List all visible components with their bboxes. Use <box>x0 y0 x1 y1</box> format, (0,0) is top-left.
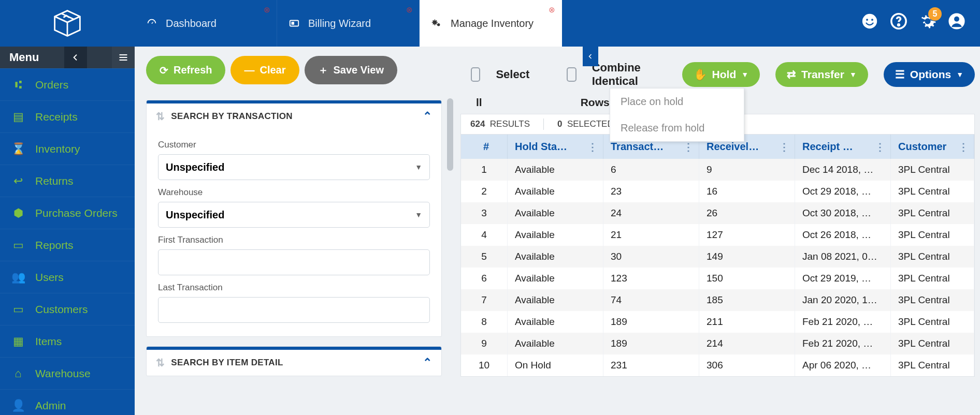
cell-receipt-date: Apr 06 2020, … <box>795 354 891 376</box>
sidebar-item-admin[interactable]: 👤Admin <box>0 389 135 415</box>
card-icon <box>289 18 300 29</box>
sidebar-item-purchase-orders[interactable]: ⬢Purchase Orders <box>0 197 135 229</box>
tab-billing-wizard[interactable]: Billing Wizard ⊗ <box>277 0 420 47</box>
caret-down-icon: ▼ <box>741 70 748 79</box>
table-row[interactable]: 7Available74185Jan 20 2020, 1…3PL Centra… <box>461 289 974 311</box>
tab-dashboard[interactable]: Dashboard ⊗ <box>135 0 277 47</box>
feedback-icon[interactable] <box>861 12 878 35</box>
panel-header[interactable]: ⇅ SEARCH BY TRANSACTION ⌃ <box>147 103 441 129</box>
save-view-button[interactable]: ＋Save View <box>305 56 397 84</box>
button-label: Refresh <box>174 64 212 76</box>
column-menu-icon[interactable]: ⋮ <box>683 141 694 153</box>
sidebar-item-orders[interactable]: ⑆Orders <box>0 68 135 100</box>
drag-handle-icon[interactable]: ⇅ <box>156 357 165 369</box>
divider <box>543 118 544 130</box>
panel-title: SEARCH BY ITEM DETAIL <box>171 358 283 368</box>
cube-icon: ⬢ <box>11 206 25 220</box>
close-icon[interactable]: ⊗ <box>406 5 413 14</box>
transfer-button[interactable]: ⇄Transfer▼ <box>775 62 868 87</box>
select-checkbox[interactable] <box>471 67 480 82</box>
chevron-up-icon[interactable]: ⌃ <box>423 356 432 369</box>
gears-icon <box>431 18 442 29</box>
cell-receive: 150 <box>699 268 795 289</box>
column-menu-icon[interactable]: ⋮ <box>587 141 598 153</box>
column-menu-icon[interactable]: ⋮ <box>779 141 789 153</box>
table-row[interactable]: 6Available123150Oct 29 2019, …3PL Centra… <box>461 268 974 289</box>
cell-hold-status: Available <box>508 159 603 181</box>
column-hold-status[interactable]: Hold Sta…⋮ <box>508 135 603 159</box>
cell-receive: 127 <box>699 224 795 246</box>
collapse-menu-button[interactable] <box>64 47 87 68</box>
scrollbar-thumb[interactable] <box>447 98 453 171</box>
table-row[interactable]: 5Available30149Jan 08 2021, 0…3PL Centra… <box>461 246 974 268</box>
options-button[interactable]: ☰Options▼ <box>884 62 975 87</box>
column-menu-icon[interactable]: ⋮ <box>958 141 969 153</box>
column-number[interactable]: # <box>461 135 508 159</box>
svg-point-6 <box>437 23 440 26</box>
subhead-all: ll <box>476 96 482 109</box>
column-menu-icon[interactable]: ⋮ <box>875 141 885 153</box>
refresh-button[interactable]: ⟳Refresh <box>146 56 225 84</box>
last-transaction-input[interactable] <box>158 297 430 323</box>
select-value: Unspecified <box>166 209 224 221</box>
button-label: Options <box>910 68 951 81</box>
cell-customer: 3PL Central <box>891 224 974 246</box>
user-icon[interactable] <box>948 12 965 35</box>
sidebar-item-returns[interactable]: ↩Returns <box>0 165 135 197</box>
tab-manage-inventory[interactable]: Manage Inventory ⊗ <box>420 0 562 47</box>
settings-icon[interactable]: 5 <box>919 12 936 35</box>
close-icon[interactable]: ⊗ <box>549 5 555 14</box>
sidebar-item-receipts[interactable]: ▤Receipts <box>0 100 135 132</box>
release-from-hold-item[interactable]: Release from hold <box>610 115 744 141</box>
column-customer[interactable]: Customer⋮ <box>891 135 974 159</box>
svg-point-11 <box>898 24 900 25</box>
sidebar-item-users[interactable]: 👥Users <box>0 261 135 293</box>
sidebar-item-items[interactable]: ▦Items <box>0 325 135 357</box>
drag-handle-icon[interactable]: ⇅ <box>156 110 165 123</box>
sidebar-item-label: Admin <box>35 399 66 412</box>
hold-button[interactable]: ✋Hold▼ <box>682 62 760 87</box>
cell-hold-status: Available <box>508 268 603 289</box>
warehouse-select[interactable]: Unspecified▼ <box>158 202 430 228</box>
app-header: Dashboard ⊗ Billing Wizard ⊗ Manage Inve… <box>0 0 980 47</box>
button-label: Clear <box>260 64 285 76</box>
table-row[interactable]: 2Available2316Oct 29 2018, …3PL Central <box>461 181 974 202</box>
help-icon[interactable] <box>890 12 907 35</box>
place-on-hold-item[interactable]: Place on hold <box>610 88 744 115</box>
panel-header[interactable]: ⇅ SEARCH BY ITEM DETAIL ⌃ <box>147 350 441 376</box>
sidebar-item-warehouse[interactable]: ⌂Warehouse <box>0 357 135 389</box>
notification-badge: 5 <box>928 7 942 21</box>
cell-customer: 3PL Central <box>891 289 974 311</box>
table-row[interactable]: 8Available189211Feb 21 2020, …3PL Centra… <box>461 311 974 333</box>
table-row[interactable]: 10On Hold231306Apr 06 2020, …3PL Central <box>461 354 974 376</box>
app-logo <box>0 0 135 47</box>
cell-receipt-date: Oct 26 2018, … <box>795 224 891 246</box>
collapse-filters-button[interactable] <box>583 47 598 66</box>
clear-button[interactable]: —Clear <box>230 56 299 84</box>
cell-number: 10 <box>461 354 508 376</box>
gauge-icon <box>146 18 157 29</box>
first-transaction-input[interactable] <box>158 249 430 275</box>
combine-checkbox[interactable] <box>567 67 576 82</box>
sidebar-item-reports[interactable]: ▭Reports <box>0 229 135 261</box>
sidebar-item-customers[interactable]: ▭Customers <box>0 293 135 325</box>
column-receipt-date[interactable]: Receipt …⋮ <box>795 135 891 159</box>
chevron-up-icon[interactable]: ⌃ <box>423 110 432 123</box>
sidebar-item-inventory[interactable]: ⌛Inventory <box>0 132 135 165</box>
table-row[interactable]: 9Available189214Feb 21 2020, …3PL Centra… <box>461 333 974 354</box>
cell-receipt-date: Oct 29 2019, … <box>795 268 891 289</box>
column-label: Hold Sta… <box>515 141 567 153</box>
customer-select[interactable]: Unspecified▼ <box>158 154 430 180</box>
table-row[interactable]: 1Available69Dec 14 2018, …3PL Central <box>461 159 974 181</box>
table-row[interactable]: 3Available2426Oct 30 2018, …3PL Central <box>461 202 974 224</box>
column-label: # <box>483 141 489 153</box>
cell-receipt-date: Oct 30 2018, … <box>795 202 891 224</box>
table-row[interactable]: 4Available21127Oct 26 2018, …3PL Central <box>461 224 974 246</box>
cell-hold-status: On Hold <box>508 354 603 376</box>
cell-number: 3 <box>461 202 508 224</box>
close-icon[interactable]: ⊗ <box>264 5 270 14</box>
hamburger-menu-button[interactable] <box>112 47 135 68</box>
cell-receipt-date: Oct 29 2018, … <box>795 181 891 202</box>
cell-receipt-date: Dec 14 2018, … <box>795 159 891 181</box>
hourglass-icon: ⌛ <box>11 142 25 156</box>
